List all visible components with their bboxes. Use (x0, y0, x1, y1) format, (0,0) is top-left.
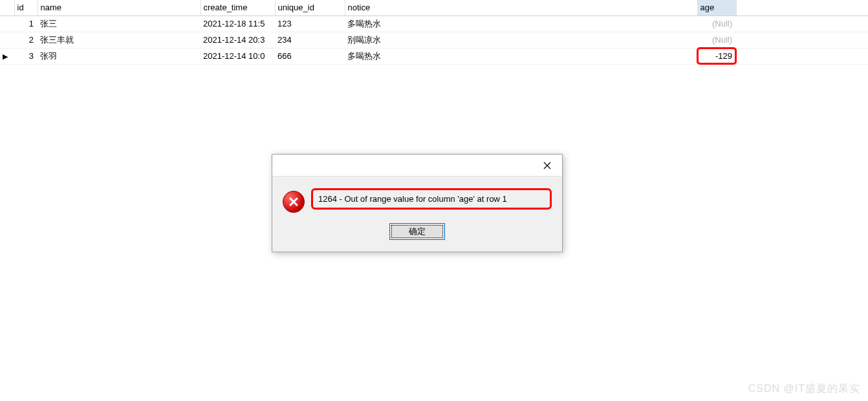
dialog-close-button[interactable] (532, 155, 562, 176)
null-value: (Null) (712, 35, 732, 45)
table-body: 1张三2021-12-18 11:5123多喝热水(Null)2张三丰就2021… (0, 16, 868, 64)
watermark: CSDN @IT盛夏的果实 (748, 382, 860, 396)
cell-unique-id[interactable]: 234 (275, 32, 345, 48)
cell-filler (736, 16, 868, 32)
table-row[interactable]: ▶3张羽2021-12-14 10:0666多喝热水-129 (0, 48, 868, 64)
col-header-create-time[interactable]: create_time (201, 0, 275, 16)
cell-id[interactable]: 2 (14, 32, 38, 48)
dialog-body: 1264 - Out of range value for column 'ag… (272, 177, 562, 219)
cell-create-time[interactable]: 2021-12-18 11:5 (201, 16, 275, 32)
cell-filler (736, 32, 868, 48)
col-header-id[interactable]: id (14, 0, 38, 16)
cell-name[interactable]: 张羽 (38, 48, 201, 64)
cell-id[interactable]: 1 (14, 16, 38, 32)
header-row: id name create_time unique_id notice age (0, 0, 868, 16)
cell-notice[interactable]: 多喝热水 (345, 16, 697, 32)
cell-name[interactable]: 张三丰就 (38, 32, 201, 48)
col-header-name[interactable]: name (38, 0, 201, 16)
cell-filler (736, 48, 868, 64)
error-dialog: 1264 - Out of range value for column 'ag… (272, 154, 563, 252)
cell-age[interactable]: (Null) (697, 32, 736, 48)
cell-notice[interactable]: 多喝热水 (345, 48, 697, 64)
dialog-button-row: 确定 (272, 219, 562, 252)
row-marker-cell (0, 32, 14, 48)
cell-unique-id[interactable]: 666 (275, 48, 345, 64)
close-icon (543, 162, 551, 169)
null-value: (Null) (712, 19, 732, 28)
cell-unique-id[interactable]: 123 (275, 16, 345, 32)
error-icon (283, 191, 305, 213)
ok-button[interactable]: 确定 (389, 223, 445, 240)
row-marker-cell (0, 16, 14, 32)
col-header-age[interactable]: age (697, 0, 736, 16)
table-row[interactable]: 1张三2021-12-18 11:5123多喝热水(Null) (0, 16, 868, 32)
col-header-notice[interactable]: notice (345, 0, 697, 16)
cell-name[interactable]: 张三 (38, 16, 201, 32)
col-header-gutter (0, 0, 14, 16)
row-marker-cell: ▶ (0, 48, 14, 64)
dialog-titlebar (272, 155, 562, 177)
cell-notice[interactable]: 别喝凉水 (345, 32, 697, 48)
cell-create-time[interactable]: 2021-12-14 10:0 (201, 48, 275, 64)
current-row-marker-icon: ▶ (3, 53, 8, 60)
cell-age[interactable]: -129 (697, 48, 736, 64)
table-row[interactable]: 2张三丰就2021-12-14 20:3234别喝凉水(Null) (0, 32, 868, 48)
col-header-filler (736, 0, 868, 16)
error-icon-wrap (283, 191, 305, 213)
dialog-message: 1264 - Out of range value for column 'ag… (311, 188, 552, 210)
col-header-unique-id[interactable]: unique_id (275, 0, 345, 16)
cell-id[interactable]: 3 (14, 48, 38, 64)
cell-age[interactable]: (Null) (697, 16, 736, 32)
cell-create-time[interactable]: 2021-12-14 20:3 (201, 32, 275, 48)
data-grid[interactable]: id name create_time unique_id notice age… (0, 0, 868, 65)
